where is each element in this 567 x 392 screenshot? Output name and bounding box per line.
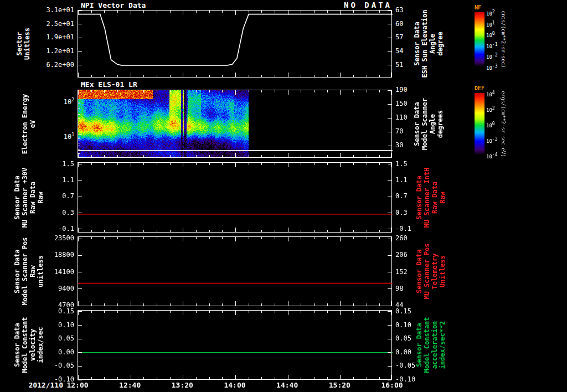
mu-scanner-30v-left-tick-mark — [78, 164, 82, 164]
time-tick-mark — [157, 155, 157, 157]
time-tick-mark — [91, 311, 92, 313]
time-tick-mark — [222, 303, 223, 306]
time-tick-mark — [391, 73, 391, 77]
mex-els-01-lr-right-tick-label: 190 — [395, 86, 422, 94]
mex-els-01-lr-left-minor-tick-mark — [78, 143, 80, 143]
time-tick-mark — [275, 163, 275, 165]
mu-scanner-30v-left-tick-label: 1.5 — [0, 161, 74, 168]
mu-scanner-30v-right-tick-mark — [388, 180, 391, 181]
time-tick-mark — [117, 230, 118, 232]
nf-colorbar-unit-label: cnts/(cm**2-sr-sec) — [501, 11, 506, 68]
time-tick-mark — [379, 90, 380, 92]
mex-els-01-lr-left-minor-tick-mark — [78, 108, 80, 109]
time-tick-mark — [275, 311, 275, 313]
npi-vector-data-right-tick-mark — [388, 65, 391, 65]
time-tick-mark — [288, 153, 288, 157]
time-tick-mark — [327, 11, 328, 13]
npi-vector-data-left-tick-mark — [78, 11, 82, 11]
time-tick-mark — [327, 163, 328, 165]
time-tick-mark — [235, 163, 236, 167]
time-tick-mark — [379, 11, 380, 13]
npi-vector-data-right-tick-mark — [388, 38, 391, 38]
nf-colorbar-tick-label: 10-1 — [486, 42, 497, 49]
time-tick-mark — [131, 375, 131, 379]
time-tick-mark — [104, 163, 105, 165]
time-tick-mark — [222, 11, 223, 13]
mex-els-01-lr-left-minor-tick-mark — [78, 138, 80, 139]
time-tick-mark — [157, 11, 157, 13]
time-tick-mark — [391, 301, 391, 306]
mex-els-01-lr-left-axis-title: Electron EnergyeV — [21, 94, 37, 153]
def-colorbar — [475, 93, 484, 155]
time-tick-mark — [209, 155, 210, 157]
npi-vector-data-left-tick-mark — [78, 38, 82, 38]
time-tick-mark — [183, 163, 183, 167]
time-tick-mark — [117, 155, 118, 157]
model-constant-velocity-line-layer — [78, 311, 393, 380]
time-tick-mark — [379, 230, 380, 232]
time-tick-mark — [131, 73, 131, 77]
model-constant-velocity-right-tick-label: 0.15 — [395, 308, 422, 315]
time-tick-mark — [196, 237, 197, 239]
time-tick-mark — [91, 230, 92, 232]
time-tick-mark — [222, 75, 223, 77]
time-tick-mark — [353, 163, 354, 165]
npi-vector-data-left-tick-label: 3.1e+01 — [0, 7, 74, 14]
time-tick-mark — [183, 301, 183, 306]
time-tick-mark — [327, 303, 328, 306]
time-tick-mark — [157, 303, 157, 306]
mex-els-01-lr-right-tick-mark — [388, 104, 391, 105]
time-tick-mark — [104, 377, 105, 379]
time-tick-mark — [131, 301, 131, 306]
time-tick-mark — [183, 237, 183, 241]
time-tick-mark — [222, 230, 223, 232]
time-tick-mark — [117, 75, 118, 77]
time-tick-mark — [104, 303, 105, 306]
time-tick-mark — [196, 377, 197, 379]
npi-vector-data-plot-area — [78, 10, 392, 78]
time-tick-mark — [235, 228, 236, 232]
time-tick-mark — [327, 90, 328, 92]
mu-scanner-30v-left-axis-title: Sensor DataMU Scanner +30VRaw DataRaw — [13, 167, 44, 227]
time-tick-mark — [275, 155, 275, 157]
time-tick-mark — [117, 237, 118, 239]
model-constant-velocity-right-tick-mark — [388, 380, 391, 380]
multi-panel-plot-page: NPI Vector Data NO DATA MEx ELS-01 LR 20… — [0, 0, 567, 392]
mex-els-01-lr-left-minor-tick-mark — [78, 102, 80, 102]
model-scanner-pos-left-tick-mark — [78, 255, 82, 256]
time-tick-mark — [340, 163, 341, 167]
time-tick-mark — [143, 311, 144, 313]
time-tick-mark — [143, 155, 144, 157]
time-tick-mark — [301, 237, 301, 239]
time-tick-mark — [131, 153, 131, 157]
model-constant-velocity-left-tick-mark — [78, 325, 82, 326]
npi-vector-data-left-tick-label: 6.2e+00 — [0, 61, 74, 69]
time-tick-mark — [209, 230, 210, 232]
time-tick-mark — [209, 311, 210, 313]
model-constant-velocity-left-tick-label: 0.15 — [0, 308, 74, 315]
time-tick-mark — [117, 11, 118, 13]
mex-els-01-lr-left-tick-label: 102 — [0, 96, 74, 106]
time-tick-mark — [314, 303, 315, 306]
model-scanner-pos-left-tick-mark — [78, 239, 82, 239]
time-tick-mark — [170, 303, 171, 306]
time-tick-mark — [183, 311, 183, 315]
mex-els-01-lr-right-tick-mark — [388, 132, 391, 132]
time-tick-mark — [353, 75, 354, 77]
time-tick-mark — [209, 237, 210, 239]
time-tick-mark — [301, 377, 301, 379]
time-tick-mark — [157, 75, 157, 77]
time-tick-mark — [183, 153, 183, 157]
time-tick-mark — [379, 163, 380, 165]
time-tick-mark — [249, 303, 249, 306]
nf-colorbar — [475, 12, 484, 66]
time-tick-mark — [340, 237, 341, 241]
model-scanner-pos-left-tick-mark — [78, 272, 82, 272]
mex-els-01-lr-right-tick-mark — [388, 118, 391, 118]
time-tick-mark — [301, 11, 301, 13]
npi-vector-data-left-tick-label: 2.5e+01 — [0, 20, 74, 28]
time-tick-mark — [157, 163, 157, 165]
time-tick-mark — [261, 75, 262, 77]
model-constant-velocity-right-axis-title: Sensor DataModel Constantaccelerationind… — [415, 317, 446, 373]
model-scanner-pos-right-tick-mark — [388, 272, 391, 272]
